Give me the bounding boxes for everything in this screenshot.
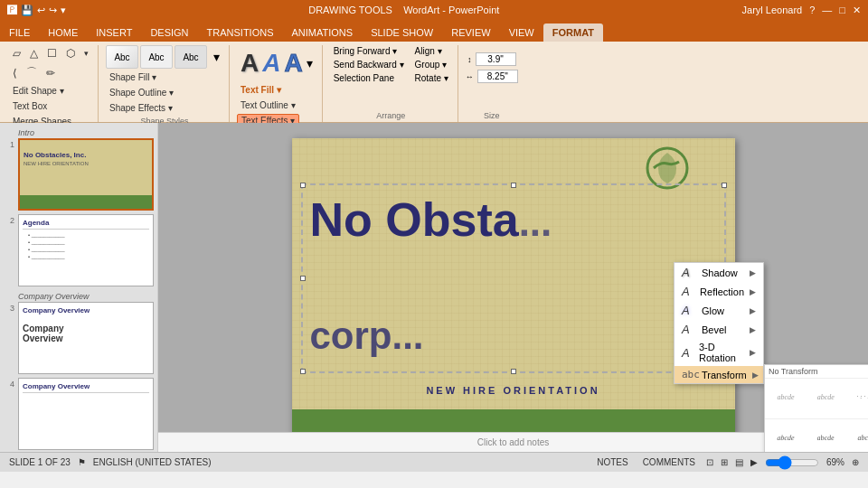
send-backward-btn[interactable]: Send Backward ▾: [330, 59, 408, 70]
tef-transform[interactable]: abc Transform ▶: [675, 366, 763, 383]
text-outline-btn[interactable]: Text Outline ▾: [237, 99, 299, 112]
tc-1-1[interactable]: abcde: [768, 423, 805, 452]
transform-dots-1[interactable]: ·:·:·: [849, 382, 869, 411]
tab-home[interactable]: HOME: [39, 23, 87, 42]
shape-icon-2[interactable]: △: [26, 45, 42, 61]
text-box-btn[interactable]: Text Box: [9, 99, 92, 113]
wordart-sample-3[interactable]: A: [284, 49, 302, 78]
tab-file[interactable]: FILE: [0, 23, 39, 42]
section-intro: Intro: [4, 127, 154, 138]
tab-view[interactable]: VIEW: [500, 23, 543, 42]
shape-style-1[interactable]: Abc: [106, 45, 138, 69]
tef-3d-label: 3-D Rotation: [699, 342, 744, 363]
shapes-more[interactable]: ▾: [80, 45, 92, 61]
app-title: WordArt - PowerPoint: [403, 5, 499, 15]
shape-styles-more[interactable]: ▾: [209, 45, 223, 69]
tab-format[interactable]: FORMAT: [543, 23, 603, 42]
tab-design[interactable]: DESIGN: [141, 23, 197, 42]
bring-forward-btn[interactable]: Bring Forward ▾: [330, 45, 408, 57]
shape-icon-4[interactable]: ⬡: [62, 45, 79, 61]
redo-icon[interactable]: ↪: [49, 5, 57, 16]
slide-thumb-1[interactable]: 1 No Obstacles, Inc. NEW HIRE ORIENTATIO…: [4, 138, 154, 211]
rotate-btn[interactable]: Rotate ▾: [411, 72, 452, 84]
transform-none-2[interactable]: abcde: [808, 382, 843, 411]
view-normal-icon[interactable]: ⊡: [706, 457, 713, 467]
fit-window-btn[interactable]: ⊕: [852, 457, 859, 467]
text-fill-btn[interactable]: Text Fill ▾: [237, 83, 285, 97]
tc-1-3[interactable]: abcde: [848, 424, 868, 452]
wordart-more[interactable]: ▾: [307, 56, 313, 70]
slide-image-2[interactable]: Agenda • ___________ • ___________ • ___…: [18, 214, 154, 286]
minimize-btn[interactable]: —: [822, 5, 832, 15]
help-icon[interactable]: ?: [809, 5, 815, 15]
slide3-title: Company Overview: [23, 306, 149, 314]
slide-panel: Intro 1 No Obstacles, Inc. NEW HIRE ORIE…: [0, 123, 158, 452]
shape-effects-btn[interactable]: Shape Effects ▾: [106, 101, 176, 115]
size-label: Size: [484, 109, 500, 120]
slide-image-3[interactable]: Company Overview CompanyOverview: [18, 302, 154, 374]
tab-slideshow[interactable]: SLIDE SHOW: [362, 23, 442, 42]
width-input[interactable]: [477, 70, 518, 83]
wordart-sample-1[interactable]: A: [241, 49, 259, 78]
shape-styles-content: Abc Abc Abc ▾ Shape Fill ▾ Shape Outline…: [106, 45, 223, 115]
slide-thumb-3[interactable]: 3 Company Overview CompanyOverview: [4, 302, 154, 374]
tef-shadow[interactable]: A Shadow ▶: [675, 263, 763, 282]
arrange-content: Bring Forward ▾ Send Backward ▾ Selectio…: [330, 45, 452, 109]
view-slideshow-icon[interactable]: ▶: [750, 457, 758, 467]
tef-reflection[interactable]: A Reflection ▶: [675, 282, 763, 301]
main-wordart-text[interactable]: No Obsta...: [310, 192, 552, 247]
arrange-col-1: Bring Forward ▾ Send Backward ▾ Selectio…: [330, 45, 408, 84]
tab-insert[interactable]: INSERT: [87, 23, 141, 42]
sub-text: NEW HIRE ORIENTATION: [292, 385, 735, 396]
tab-review[interactable]: REVIEW: [442, 23, 499, 42]
group-btn[interactable]: Group ▾: [411, 59, 452, 70]
align-btn[interactable]: Align ▾: [411, 45, 452, 57]
tef-glow[interactable]: A Glow ▶: [675, 301, 763, 320]
width-icon: ↔: [466, 72, 474, 81]
ribbon-group-wordart: A A A ▾ Text Fill ▾ Text Outline ▾ Text …: [231, 45, 323, 122]
size-content: ↕ ↔: [466, 45, 518, 109]
wordart-sample-2[interactable]: A: [262, 49, 280, 78]
tef-3d-rotation[interactable]: A 3-D Rotation ▶: [675, 339, 763, 366]
slide-canvas: No Obsta... corp... NEW HIRE ORIENTATION: [292, 138, 735, 436]
status-right: NOTES COMMENTS ⊡ ⊞ ▤ ▶ 69% ⊕: [593, 455, 859, 470]
shape-style-3[interactable]: Abc: [175, 45, 207, 69]
slide-count: SLIDE 1 OF 23: [9, 457, 71, 467]
selection-pane-btn[interactable]: Selection Pane: [330, 72, 408, 84]
shape-icon-6[interactable]: ⌒: [23, 63, 41, 82]
view-slide-sorter-icon[interactable]: ⊞: [721, 457, 728, 467]
shape-fill-btn[interactable]: Shape Fill ▾: [106, 70, 160, 84]
slide-thumb-2[interactable]: 2 Agenda • ___________ • ___________ • _…: [4, 214, 154, 286]
shape-icon-7[interactable]: ✏: [42, 63, 59, 82]
shape-style-2[interactable]: Abc: [140, 45, 173, 69]
zoom-slider[interactable]: [765, 455, 819, 470]
shape-icon-3[interactable]: ☐: [43, 45, 61, 61]
3d-arrow: ▶: [750, 348, 756, 357]
quick-save-icon[interactable]: 💾: [21, 5, 33, 16]
view-reading-icon[interactable]: ▤: [735, 457, 743, 467]
zoom-level: 69%: [826, 457, 844, 467]
tef-bevel-label: Bevel: [702, 324, 727, 335]
click-to-add-notes[interactable]: Click to add notes: [158, 432, 868, 452]
shape-outline-btn[interactable]: Shape Outline ▾: [106, 86, 177, 99]
slide-image-1[interactable]: No Obstacles, Inc. NEW HIRE ORIENTATION: [18, 138, 154, 211]
tc-1-2[interactable]: abcde: [807, 423, 844, 452]
slide-image-4[interactable]: Company Overview: [18, 378, 154, 450]
undo-icon[interactable]: ↩: [37, 5, 45, 16]
shadow-arrow: ▶: [750, 268, 756, 277]
transform-none-1[interactable]: abcde: [769, 382, 803, 411]
edit-shape-btn[interactable]: Edit Shape ▾: [9, 84, 92, 98]
tef-bevel[interactable]: A Bevel ▶: [675, 320, 763, 339]
tab-animations[interactable]: ANIMATIONS: [283, 23, 363, 42]
shape-icon-1[interactable]: ▱: [9, 45, 24, 61]
close-btn[interactable]: ✕: [853, 5, 861, 16]
notes-btn[interactable]: NOTES: [593, 456, 631, 468]
height-input[interactable]: [476, 52, 516, 66]
shape-icon-5[interactable]: ⟨: [9, 63, 21, 82]
comments-btn[interactable]: COMMENTS: [639, 456, 699, 468]
slide-thumb-4[interactable]: 4 Company Overview: [4, 378, 154, 450]
accessibility-icon: ⚑: [78, 457, 86, 467]
tab-transitions[interactable]: TRANSITIONS: [198, 23, 283, 42]
maximize-btn[interactable]: □: [839, 5, 845, 15]
transform-grid-2: abcde abcde abcde abcde: [765, 419, 868, 452]
